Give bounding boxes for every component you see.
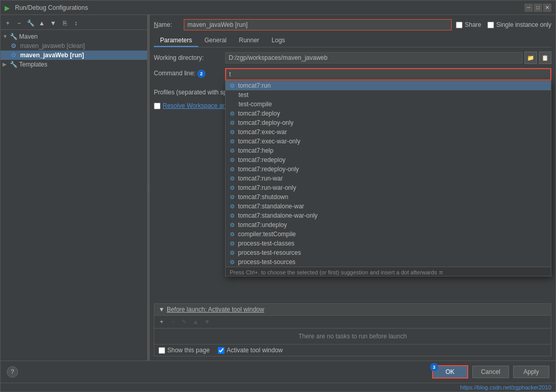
close-button[interactable]: ✕: [543, 4, 551, 12]
templates-label: Templates: [19, 61, 47, 68]
autocomplete-item-5[interactable]: ⚙ tomcat7:exec-war: [226, 127, 551, 137]
launch-remove-btn[interactable]: −: [168, 317, 178, 327]
command-line-input[interactable]: [225, 68, 551, 80]
item-icon-19: ⚙: [230, 259, 235, 266]
cancel-button[interactable]: Cancel: [472, 366, 509, 378]
autocomplete-item-14[interactable]: ⚙ tomcat7:standalone-war-only: [226, 211, 551, 220]
ok-button[interactable]: 3 OK: [432, 365, 468, 379]
move-up-button[interactable]: ▲: [37, 18, 47, 28]
autocomplete-dropdown: ⚙ tomcat7:run test test-compile ⚙ tomcat…: [225, 80, 551, 276]
name-input[interactable]: [184, 19, 452, 30]
before-launch-header: ▼ Before launch: Activate tool window: [154, 304, 551, 316]
autocomplete-item-8[interactable]: ⚙ tomcat7:redeploy: [226, 155, 551, 165]
before-launch-empty: There are no tasks to run before launch: [154, 329, 551, 344]
item-icon-4: ⚙: [230, 120, 235, 126]
item-icon-17: ⚙: [230, 240, 235, 247]
tree-item-run[interactable]: ⚙ maven_javaWeb [run]: [1, 51, 147, 60]
launch-edit-btn[interactable]: ✎: [179, 317, 189, 327]
item-label-7: tomcat7:help: [238, 147, 274, 154]
status-url: https://blog.csdn.net/zgphacker2010: [460, 384, 551, 390]
autocomplete-item-2[interactable]: test-compile: [226, 100, 551, 109]
item-label-1: test: [230, 91, 248, 99]
tab-general[interactable]: General: [198, 35, 233, 47]
launch-up-btn[interactable]: ▲: [190, 317, 201, 327]
item-label-16: compiler:testCompile: [238, 231, 296, 238]
before-launch-title: Before launch: Activate tool window: [167, 306, 264, 313]
maximize-button[interactable]: □: [534, 4, 542, 12]
run-config-label: maven_javaWeb [run]: [20, 52, 84, 59]
item-icon-12: ⚙: [230, 194, 235, 201]
autocomplete-item-9[interactable]: ⚙ tomcat7:redeploy-only: [226, 165, 551, 174]
collapse-icon: ▼: [158, 306, 165, 313]
item-label-9: tomcat7:redeploy-only: [238, 166, 299, 173]
activate-tool-checkbox-label[interactable]: Activate tool window: [218, 347, 283, 354]
help-button[interactable]: ?: [7, 366, 18, 378]
working-dir-input[interactable]: [225, 52, 522, 63]
command-line-row: Command line: 2 ⚙ tomcat7:run test test: [154, 68, 551, 80]
item-icon-5: ⚙: [230, 129, 235, 136]
command-line-badge: 2: [197, 70, 205, 78]
launch-add-btn[interactable]: +: [156, 317, 167, 327]
main-content: + − 🔧 ▲ ▼ ⎘ ↕ ▼ 🔧 Maven ⚙ maven_javaweb …: [1, 15, 555, 361]
autocomplete-item-19[interactable]: ⚙ process-test-sources: [226, 257, 551, 267]
main-panel: Name: Share Single instance only Paramet: [150, 15, 555, 361]
move-down-button[interactable]: ▼: [48, 18, 58, 28]
autocomplete-item-17[interactable]: ⚙ process-test-classes: [226, 239, 551, 248]
autocomplete-item-11[interactable]: ⚙ tomcat7:run-war-only: [226, 183, 551, 192]
autocomplete-item-3[interactable]: ⚙ tomcat7:deploy: [226, 109, 551, 118]
autocomplete-item-6[interactable]: ⚙ tomcat7:exec-war-only: [226, 137, 551, 146]
activate-tool-checkbox[interactable]: [218, 347, 225, 354]
item-label-11: tomcat7:run-war-only: [238, 184, 296, 191]
autocomplete-item-7[interactable]: ⚙ tomcat7:help: [226, 146, 551, 155]
item-label-3: tomcat7:deploy: [238, 110, 280, 117]
autocomplete-hint: Press Ctrl+. to choose the selected (or …: [226, 267, 551, 276]
launch-down-btn[interactable]: ▼: [202, 317, 212, 327]
tree-item-clean[interactable]: ⚙ maven_javaweb [clean]: [1, 41, 147, 51]
autocomplete-item-12[interactable]: ⚙ tomcat7:shutdown: [226, 192, 551, 202]
working-dir-picker-btn[interactable]: 📁: [525, 52, 537, 64]
show-page-checkbox-label[interactable]: Show this page: [158, 347, 210, 354]
tab-logs[interactable]: Logs: [265, 35, 291, 47]
before-launch-toolbar: + − ✎ ▲ ▼: [154, 316, 551, 329]
working-dir-var-btn[interactable]: 📋: [539, 52, 551, 64]
copy-button[interactable]: ⎘: [59, 18, 70, 28]
add-config-button[interactable]: +: [3, 18, 13, 28]
share-checkbox[interactable]: [456, 22, 463, 28]
autocomplete-item-4[interactable]: ⚙ tomcat7:deploy-only: [226, 118, 551, 127]
expand-icon: ▼: [3, 34, 9, 40]
item-icon-9: ⚙: [230, 166, 235, 173]
autocomplete-item-16[interactable]: ⚙ compiler:testCompile: [226, 230, 551, 239]
single-instance-checkbox-label[interactable]: Single instance only: [487, 21, 551, 28]
wrench-button[interactable]: 🔧: [25, 18, 36, 28]
remove-config-button[interactable]: −: [14, 18, 24, 28]
minimize-button[interactable]: ─: [525, 4, 533, 12]
autocomplete-item-15[interactable]: ⚙ tomcat7:undeploy: [226, 220, 551, 230]
apply-button[interactable]: Apply: [513, 366, 549, 378]
tree-item-templates[interactable]: ▶ 🔧 Templates: [1, 60, 147, 69]
autocomplete-item-18[interactable]: ⚙ process-test-resources: [226, 248, 551, 257]
autocomplete-item-10[interactable]: ⚙ tomcat7:run-war: [226, 174, 551, 183]
config-icon-run: ⚙: [11, 52, 18, 59]
config-icon-clean: ⚙: [11, 42, 18, 50]
resolve-checkbox[interactable]: [154, 103, 161, 109]
item-label-6: tomcat7:exec-war-only: [238, 138, 300, 145]
item-label-8: tomcat7:redeploy: [238, 156, 285, 164]
hint-text: Press Ctrl+. to choose the selected (or …: [230, 269, 437, 275]
status-bar: https://blog.csdn.net/zgphacker2010: [1, 383, 555, 391]
autocomplete-item-13[interactable]: ⚙ tomcat7:standalone-war: [226, 202, 551, 211]
item-label-17: process-test-classes: [238, 240, 294, 247]
command-line-label: Command line: 2: [154, 68, 221, 78]
autocomplete-item-1[interactable]: test: [226, 90, 551, 100]
show-page-checkbox[interactable]: [158, 347, 165, 354]
tab-parameters[interactable]: Parameters: [154, 35, 198, 47]
tab-runner[interactable]: Runner: [233, 35, 265, 47]
item-icon-18: ⚙: [230, 250, 235, 256]
item-icon-10: ⚙: [230, 175, 235, 182]
item-icon-11: ⚙: [230, 185, 235, 191]
name-row: Name: Share Single instance only: [154, 19, 551, 30]
single-instance-checkbox[interactable]: [487, 22, 494, 28]
autocomplete-item-0[interactable]: ⚙ tomcat7:run: [226, 81, 551, 90]
share-checkbox-label[interactable]: Share: [456, 21, 481, 28]
tree-item-maven[interactable]: ▼ 🔧 Maven: [1, 32, 147, 41]
sort-button[interactable]: ↕: [71, 18, 81, 28]
